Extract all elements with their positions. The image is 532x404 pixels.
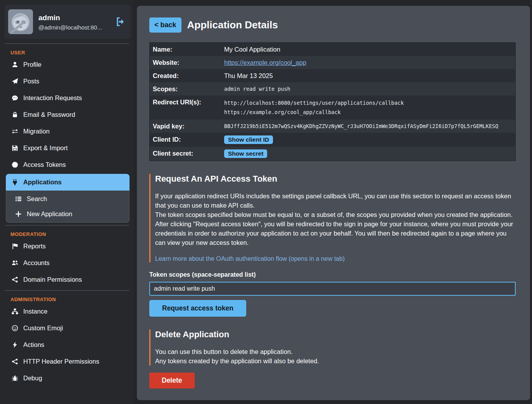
sidebar-item-applications[interactable]: Applications bbox=[6, 174, 130, 191]
sidebar-item-label: Export & Import bbox=[23, 144, 68, 152]
bug-icon bbox=[12, 375, 18, 381]
floppy-icon bbox=[12, 145, 18, 151]
exchange-icon bbox=[12, 128, 18, 135]
details-value: Thu Mar 13 2025 bbox=[224, 69, 276, 82]
details-value: My Cool Application bbox=[224, 43, 283, 56]
lock-icon bbox=[12, 111, 18, 118]
request-token-heading: Request An API Access Token bbox=[155, 174, 514, 184]
details-label: Vapid key: bbox=[150, 120, 224, 133]
bolt-icon bbox=[12, 342, 18, 348]
request-token-paragraph: After clicking "Request access token", y… bbox=[155, 219, 514, 247]
details-row-scopes: Scopes:admin read write push bbox=[150, 82, 515, 95]
user-name: admin bbox=[38, 13, 102, 23]
details-value: admin read write push bbox=[224, 82, 294, 95]
sidebar-item-migration[interactable]: Migration bbox=[0, 123, 134, 140]
oauth-docs-link[interactable]: Learn more about the OAuth authenticatio… bbox=[155, 255, 345, 262]
details-row-created: Created:Thu Mar 13 2025 bbox=[150, 69, 515, 82]
user-icon bbox=[12, 61, 18, 68]
smile-icon bbox=[12, 325, 18, 331]
sidebar-item-label: HTTP Header Permissions bbox=[23, 358, 99, 365]
details-row-redirect-uri-s: Redirect URI(s):http://localhost:8080/se… bbox=[150, 95, 515, 120]
show-client-id-button[interactable]: Show client ID bbox=[224, 135, 273, 144]
sidebar-item-label: Applications bbox=[23, 179, 62, 186]
details-value: BBJffJ219b5iE512m7wQSzv4KgKDhgZZVzNyWC_r… bbox=[224, 120, 501, 133]
details-value: https://example.org/cool_app bbox=[224, 56, 309, 69]
sidebar-subitem-search[interactable]: Search bbox=[6, 191, 129, 206]
delete-button[interactable]: Delete bbox=[149, 373, 195, 388]
sidebar-item-label: Reports bbox=[23, 243, 46, 250]
details-row-vapid-key: Vapid key:BBJffJ219b5iE512m7wQSzv4KgKDhg… bbox=[150, 120, 515, 133]
token-scopes-label: Token scopes (space-separated list) bbox=[149, 271, 514, 278]
sidebar-item-label: Email & Password bbox=[23, 111, 75, 118]
paper-plane-icon bbox=[12, 78, 18, 85]
details-value: http://localhost:8080/settings/user/appl… bbox=[224, 95, 407, 120]
sidebar-item-label: Domain Permissions bbox=[23, 276, 82, 283]
delete-application-line: You can use this button to delete the ap… bbox=[155, 347, 514, 356]
sidebar-item-label: Posts bbox=[23, 78, 39, 85]
sidebar-item-custom-emoji[interactable]: Custom Emoji bbox=[0, 320, 134, 336]
sidebar-item-export-import[interactable]: Export & Import bbox=[0, 140, 134, 156]
sidebar-item-reports[interactable]: Reports bbox=[0, 238, 134, 255]
comment-icon bbox=[12, 95, 18, 101]
sidebar-group-applications: ApplicationsSearchNew Application bbox=[6, 174, 130, 223]
sitemap-icon bbox=[12, 308, 18, 315]
delete-application-area: Delete Application You can use this butt… bbox=[149, 329, 514, 388]
page-title: Application Details bbox=[187, 19, 278, 31]
sidebar-item-label: Profile bbox=[23, 61, 41, 68]
token-scopes-input[interactable] bbox=[149, 282, 516, 296]
sidebar-item-access-tokens[interactable]: Access Tokens bbox=[0, 156, 134, 173]
sidebar-item-interaction-requests[interactable]: Interaction Requests bbox=[0, 90, 134, 106]
sidebar-item-posts[interactable]: Posts bbox=[0, 73, 134, 90]
certificate-icon bbox=[12, 161, 18, 168]
sidebar-item-domain-permissions[interactable]: Domain Permissions bbox=[0, 271, 134, 288]
users-icon bbox=[12, 260, 18, 266]
details-label: Client secret: bbox=[150, 147, 224, 161]
sign-out-icon[interactable] bbox=[115, 17, 125, 27]
sidebar-nav: USERProfilePostsInteraction RequestsEmai… bbox=[0, 50, 134, 387]
delete-application-section: Delete Application You can use this butt… bbox=[149, 329, 514, 366]
sidebar-item-debug[interactable]: Debug bbox=[0, 370, 134, 387]
sidebar-item-label: Accounts bbox=[23, 259, 50, 267]
flag-icon bbox=[12, 243, 18, 250]
details-row-website: Website:https://example.org/cool_app bbox=[150, 56, 515, 69]
details-value: Show secret bbox=[224, 147, 270, 161]
request-token-paragraph: If your application redirect URIs includ… bbox=[155, 191, 514, 210]
sidebar-item-label: Migration bbox=[23, 128, 50, 135]
sidebar-item-label: Custom Emoji bbox=[23, 324, 63, 332]
details-label: Website: bbox=[150, 56, 224, 69]
sidebar-item-actions[interactable]: Actions bbox=[0, 336, 134, 353]
sidebar-subitem-label: Search bbox=[27, 195, 47, 203]
details-row-client-id: Client ID:Show client ID bbox=[150, 133, 515, 147]
redirect-uri: https://example.org/cool_app/callback bbox=[224, 108, 404, 117]
sidebar-item-email-password[interactable]: Email & Password bbox=[0, 106, 134, 123]
website-link[interactable]: https://example.org/cool_app bbox=[224, 59, 306, 66]
page-header: < back Application Details bbox=[149, 17, 514, 33]
details-value: Show client ID bbox=[224, 133, 276, 147]
plus-icon bbox=[15, 211, 22, 217]
request-token-description: If your application redirect URIs includ… bbox=[155, 191, 514, 247]
details-row-client-secret: Client secret:Show secret bbox=[150, 147, 515, 161]
sidebar-submenu: SearchNew Application bbox=[6, 191, 130, 223]
plug-icon bbox=[12, 179, 18, 186]
redirect-uri: http://localhost:8080/settings/user/appl… bbox=[224, 98, 404, 108]
details-label: Created: bbox=[150, 69, 224, 82]
share-nodes-icon bbox=[12, 276, 18, 283]
request-access-token-button[interactable]: Request access token bbox=[149, 300, 246, 317]
show-secret-button[interactable]: Show secret bbox=[224, 149, 267, 158]
sidebar-divider bbox=[5, 225, 129, 225]
sidebar-subitem-new-application[interactable]: New Application bbox=[6, 206, 129, 222]
delete-application-description: You can use this button to delete the ap… bbox=[155, 347, 514, 366]
sidebar-item-accounts[interactable]: Accounts bbox=[0, 255, 134, 271]
user-card[interactable]: admin @admin@localhost:80... bbox=[5, 5, 131, 39]
sidebar-item-label: Instance bbox=[23, 308, 47, 315]
avatar bbox=[8, 9, 33, 34]
back-button[interactable]: < back bbox=[149, 17, 181, 33]
sidebar-item-label: Debug bbox=[23, 375, 42, 382]
sidebar-item-http-header-permissions[interactable]: HTTP Header Permissions bbox=[0, 353, 134, 370]
sidebar-item-profile[interactable]: Profile bbox=[0, 56, 134, 73]
sidebar-item-label: Actions bbox=[23, 341, 44, 349]
delete-application-line: Any tokens created by the application wi… bbox=[155, 356, 514, 366]
sidebar-item-instance[interactable]: Instance bbox=[0, 303, 134, 320]
request-token-paragraph: The token scopes specified below must be… bbox=[155, 210, 514, 219]
token-scopes-form: Token scopes (space-separated list) Requ… bbox=[149, 271, 514, 317]
